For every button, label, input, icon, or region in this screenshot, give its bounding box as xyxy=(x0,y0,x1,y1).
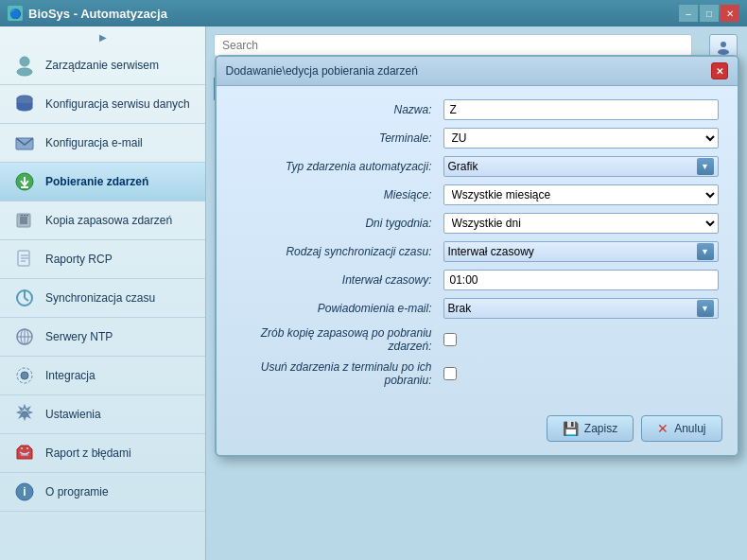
window-controls: – □ ✕ xyxy=(679,5,739,22)
sidebar-item-integration[interactable]: Integracja xyxy=(0,357,205,395)
modal-body: Nazwa: Terminale: ZU Typ zdarzenia autom… xyxy=(217,86,738,408)
select-powiadomienia-value: Brak xyxy=(448,302,472,315)
sidebar-item-config-email-label: Konfiguracja e-mail xyxy=(45,136,143,149)
modal-title: Dodawanie\edycja pobierania zdarzeń xyxy=(226,64,418,78)
cancel-button[interactable]: ✕ Anuluj xyxy=(641,415,721,442)
config-email-icon xyxy=(11,130,38,156)
backup-icon xyxy=(11,207,38,234)
sidebar-collapse-arrow[interactable]: ▶ xyxy=(0,30,205,46)
svg-point-10 xyxy=(21,215,23,217)
sidebar-item-about-label: O programie xyxy=(45,485,109,499)
download-icon xyxy=(11,168,38,195)
sidebar-item-settings[interactable]: Ustawienia xyxy=(0,395,205,434)
app-icon: 🔵 xyxy=(8,6,23,21)
form-row-powiadomienia: Powiadomienia e-mail: Brak ▼ xyxy=(235,298,719,319)
select-powiadomienia-arrow: ▼ xyxy=(697,300,714,317)
save-label: Zapisz xyxy=(584,422,617,435)
sidebar-item-manage[interactable]: Zarządzanie serwisem xyxy=(0,46,205,85)
svg-point-11 xyxy=(24,215,26,217)
modal-footer: 💾 Zapisz ✕ Anuluj xyxy=(217,408,738,455)
maximize-button[interactable]: □ xyxy=(700,5,719,22)
sidebar-item-backup-label: Kopia zapasowa zdarzeń xyxy=(45,214,172,227)
label-miesiace: Miesiące: xyxy=(235,188,443,201)
form-row-typ: Typ zdarzenia automatyzacji: Grafik ▼ xyxy=(235,156,719,177)
sidebar-item-ntp[interactable]: Serwery NTP xyxy=(0,318,205,357)
reports-icon xyxy=(11,246,38,272)
select-powiadomienia[interactable]: Brak ▼ xyxy=(443,298,719,319)
svg-point-27 xyxy=(21,447,23,449)
manage-icon xyxy=(11,52,38,79)
svg-line-19 xyxy=(25,298,28,301)
about-icon: i xyxy=(11,479,38,505)
modal-dialog: Dodawanie\edycja pobierania zdarzeń ✕ Na… xyxy=(215,55,739,457)
sidebar-item-backup[interactable]: Kopia zapasowa zdarzeń xyxy=(0,201,205,240)
select-rodzaj-arrow: ▼ xyxy=(697,243,714,260)
sidebar-item-sync-label: Synchronizacja czasu xyxy=(45,291,155,305)
input-nazwa[interactable] xyxy=(443,99,719,120)
select-terminale[interactable]: ZU xyxy=(443,128,719,149)
sidebar-item-sync[interactable]: Synchronizacja czasu xyxy=(0,279,205,318)
app-title: BioSys - Automatyzacja xyxy=(28,7,167,21)
sidebar-item-config-data[interactable]: Konfiguracja serwisu danych xyxy=(0,85,205,124)
save-button[interactable]: 💾 Zapisz xyxy=(547,415,634,442)
label-dni: Dni tygodnia: xyxy=(235,217,443,230)
modal-close-button[interactable]: ✕ xyxy=(711,62,728,79)
form-row-dni: Dni tygodnia: Wszystkie dni xyxy=(235,213,719,234)
select-typ[interactable]: Grafik ▼ xyxy=(443,156,719,177)
label-usun: Usuń zdarzenia z terminalu po ich pobran… xyxy=(235,360,443,387)
ntp-icon xyxy=(11,324,38,350)
sidebar-item-manage-label: Zarządzanie serwisem xyxy=(45,59,159,72)
cancel-icon: ✕ xyxy=(657,421,669,436)
select-miesiace[interactable]: Wszystkie miesiące xyxy=(443,184,719,205)
select-rodzaj[interactable]: Interwał czasowy ▼ xyxy=(443,241,719,262)
svg-point-1 xyxy=(17,68,32,76)
svg-rect-8 xyxy=(20,217,27,224)
sidebar-item-config-data-label: Konfiguracja serwisu danych xyxy=(45,97,190,111)
sidebar-item-settings-label: Ustawienia xyxy=(45,408,101,421)
errors-icon xyxy=(11,440,38,466)
sidebar-item-download[interactable]: Pobieranie zdarzeń xyxy=(0,163,205,201)
cancel-label: Anuluj xyxy=(674,422,705,435)
modal-title-bar: Dodawanie\edycja pobierania zdarzeń ✕ xyxy=(217,57,738,86)
sidebar-item-reports-label: Raporty RCP xyxy=(45,253,113,266)
label-terminale: Terminale: xyxy=(235,131,443,145)
main-layout: ▶ Zarządzanie serwisem Konfiguracja serw… xyxy=(0,26,747,560)
form-row-usun: Usuń zdarzenia z terminalu po ich pobran… xyxy=(235,360,719,387)
sync-icon xyxy=(11,285,38,311)
title-bar: 🔵 BioSys - Automatyzacja – □ ✕ xyxy=(0,0,747,26)
form-row-rodzaj: Rodzaj synchronizacji czasu: Interwał cz… xyxy=(235,241,719,262)
checkbox-usun[interactable] xyxy=(443,367,457,380)
label-nazwa: Nazwa: xyxy=(235,103,443,116)
sidebar-item-download-label: Pobieranie zdarzeń xyxy=(45,175,148,188)
label-typ: Typ zdarzenia automatyzacji: xyxy=(235,160,443,173)
select-rodzaj-value: Interwał czasowy xyxy=(448,245,534,258)
settings-icon xyxy=(11,401,38,428)
checkbox-kopia[interactable] xyxy=(443,333,457,346)
form-row-nazwa: Nazwa: xyxy=(235,99,719,120)
form-row-miesiace: Miesiące: Wszystkie miesiące xyxy=(235,184,719,205)
label-kopia: Zrób kopię zapasową po pobraniu zdarzeń: xyxy=(235,326,443,353)
sidebar-item-reports[interactable]: Raporty RCP xyxy=(0,240,205,279)
svg-point-28 xyxy=(26,447,28,449)
form-row-terminale: Terminale: ZU xyxy=(235,128,719,149)
label-rodzaj: Rodzaj synchronizacji czasu: xyxy=(235,245,443,258)
sidebar-item-about[interactable]: i O programie xyxy=(0,473,205,512)
form-row-interwał: Interwał czasowy: xyxy=(235,270,719,290)
sidebar-item-errors-label: Raport z błędami xyxy=(45,446,131,460)
config-data-icon xyxy=(11,91,38,117)
sidebar-item-integration-label: Integracja xyxy=(45,369,96,382)
minimize-button[interactable]: – xyxy=(679,5,698,22)
form-row-kopia: Zrób kopię zapasową po pobraniu zdarzeń: xyxy=(235,326,719,353)
label-powiadomienia: Powiadomienia e-mail: xyxy=(235,302,443,315)
svg-point-0 xyxy=(20,57,29,66)
sidebar-item-errors[interactable]: Raport z błędami xyxy=(0,434,205,473)
close-button[interactable]: ✕ xyxy=(721,5,739,22)
select-typ-arrow: ▼ xyxy=(697,158,714,175)
input-interwał[interactable] xyxy=(443,270,719,290)
select-dni[interactable]: Wszystkie dni xyxy=(443,213,719,234)
svg-point-24 xyxy=(21,372,28,379)
svg-point-12 xyxy=(26,215,28,217)
save-icon: 💾 xyxy=(563,421,579,436)
sidebar-item-config-email[interactable]: Konfiguracja e-mail xyxy=(0,124,205,163)
content-area: Drag a column header here to group by th… xyxy=(206,26,747,560)
